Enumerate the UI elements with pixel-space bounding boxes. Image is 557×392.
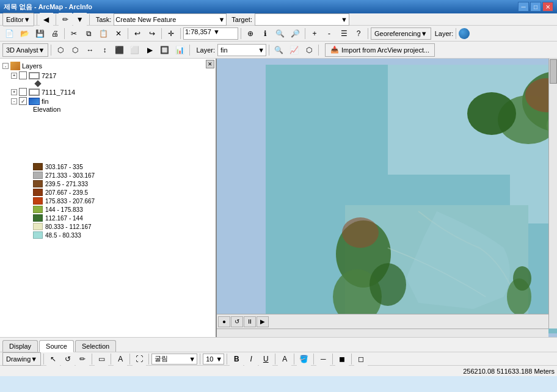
legend-item-label: 80.333 - 112.167 <box>45 223 92 230</box>
task-dropdown-icon: ▼ <box>218 16 225 23</box>
open-btn[interactable]: 📂 <box>18 27 32 40</box>
layer-combo[interactable]: fin ▼ <box>217 44 266 56</box>
analyst-t6[interactable]: ⬜ <box>128 43 142 57</box>
map-area[interactable]: ● ↺ ⏸ ▶ <box>217 59 557 337</box>
minimize-button[interactable]: ─ <box>518 2 529 12</box>
layer-7111-row[interactable]: + 7111_7114 <box>2 87 213 96</box>
analyst-t2[interactable]: ⬡ <box>68 43 82 57</box>
copy-btn[interactable]: ⧉ <box>82 27 95 40</box>
legend-item-label: 303.167 - 335 <box>45 164 83 170</box>
map-nav-refresh[interactable]: ↺ <box>231 316 243 327</box>
zoom-out-btn[interactable]: - <box>322 27 336 40</box>
layer-7111-expand[interactable]: + <box>11 89 17 95</box>
window-controls: ─ □ ✕ <box>518 2 553 12</box>
font-combo[interactable]: 굴림 ▼ <box>151 354 197 365</box>
target-combo[interactable]: ▼ <box>255 13 349 26</box>
help-btn[interactable]: ? <box>352 27 365 40</box>
pencil-btn[interactable]: ✏ <box>59 13 72 26</box>
legend-container: 303.167 - 335271.333 - 303.167239.5 - 27… <box>2 163 210 239</box>
analyst-t12[interactable]: ⬡ <box>302 43 316 57</box>
draw-t1[interactable]: ↺ <box>61 352 75 366</box>
zoom-in-fixed-btn[interactable]: ⊕ <box>244 27 257 40</box>
font-color-btn[interactable]: A <box>278 352 291 366</box>
font-value: 굴림 <box>153 354 189 363</box>
paste-btn[interactable]: 📋 <box>96 27 111 40</box>
target-dropdown-icon: ▼ <box>341 16 348 23</box>
print-btn[interactable]: 🖨 <box>48 27 62 40</box>
separator-2 <box>56 14 56 25</box>
fill-color-btn[interactable]: 🪣 <box>297 352 311 366</box>
tab-selection[interactable]: Selection <box>75 340 116 352</box>
tab-display[interactable]: Display <box>2 340 38 352</box>
redo-btn[interactable]: ↪ <box>145 27 159 40</box>
analyst-t3[interactable]: ↔ <box>83 43 96 57</box>
zoom-in-btn[interactable]: + <box>308 27 321 40</box>
sep-g <box>368 28 368 39</box>
analyst-t9[interactable]: 📊 <box>173 43 187 57</box>
map-vscrollbar[interactable] <box>548 59 557 328</box>
layers-expand[interactable]: - <box>2 63 9 69</box>
analyst-t11[interactable]: 📈 <box>287 43 301 57</box>
title-bar: 제목 없음 - ArcMap - ArcInfo ─ □ ✕ <box>0 0 557 13</box>
map-nav-next[interactable]: ▶ <box>257 316 269 327</box>
analyst-t7[interactable]: ▶ <box>143 43 156 57</box>
legend-item-label: 112.167 - 144 <box>45 215 83 222</box>
map-nav-pause[interactable]: ⏸ <box>244 316 256 327</box>
editor-menu[interactable]: Editor▼ <box>2 13 34 26</box>
sep-c <box>161 28 162 39</box>
maximize-button[interactable]: □ <box>530 2 541 12</box>
map-nav-prev[interactable]: ● <box>218 316 230 327</box>
map-hscrollbar[interactable] <box>217 328 548 337</box>
map-vscrollbar-thumb[interactable] <box>550 59 557 84</box>
analyst-t5[interactable]: ⬛ <box>112 43 126 57</box>
layer-7217-row[interactable]: + 7217 <box>2 71 213 80</box>
find-btn[interactable]: 🔍 <box>273 27 287 40</box>
analyst-t8[interactable]: 🔲 <box>158 43 172 57</box>
layer-fin-row[interactable]: - fin <box>2 96 213 106</box>
underline-btn[interactable]: U <box>259 352 272 366</box>
draw-cursor-btn[interactable]: ⛶ <box>133 352 146 366</box>
layer-7217-expand[interactable]: + <box>11 73 17 79</box>
layer-7111-check[interactable] <box>19 88 27 96</box>
georeferencing-btn[interactable]: Georeferencing▼ <box>371 27 431 40</box>
move-btn[interactable]: ✛ <box>164 27 178 40</box>
new-btn[interactable]: 📄 <box>2 27 16 40</box>
panel-close-btn[interactable]: ✕ <box>206 60 214 68</box>
drop-shadow-btn[interactable]: ◻ <box>354 352 368 366</box>
drawing-menu[interactable]: Drawing▼ <box>2 352 41 366</box>
analyst-t1[interactable]: ⬡ <box>54 43 67 57</box>
shadow-btn[interactable]: ◼ <box>335 352 349 366</box>
analyst-t10[interactable]: 🔍 <box>272 43 286 57</box>
layers-root[interactable]: - Layers <box>2 61 213 71</box>
layer-7217-check[interactable] <box>19 71 27 79</box>
save-btn[interactable]: 💾 <box>33 27 47 40</box>
zoom-percent-btn[interactable]: 🔎 <box>288 27 302 40</box>
line-color-btn[interactable]: ─ <box>316 352 330 366</box>
task-combo[interactable]: Create New Feature ▼ <box>114 13 227 26</box>
delete-btn[interactable]: ✕ <box>112 27 125 40</box>
legend-item: 80.333 - 112.167 <box>33 223 210 230</box>
scale-combo[interactable]: 1:78,357 ▼ <box>183 27 238 40</box>
identify-btn[interactable]: ℹ <box>258 27 272 40</box>
nav-back-btn[interactable]: ◀ <box>40 13 53 26</box>
analyst-t4[interactable]: ↕ <box>98 43 111 57</box>
bold-btn[interactable]: B <box>230 352 243 366</box>
size-combo[interactable]: 10 ▼ <box>203 354 224 365</box>
draw-arrow-btn[interactable]: ↖ <box>46 352 60 366</box>
layer-fin-check[interactable] <box>19 97 27 105</box>
draw-font-a-btn[interactable]: A <box>114 352 127 366</box>
undo-btn[interactable]: ↩ <box>131 27 144 40</box>
layer-fin-expand[interactable]: - <box>11 98 17 104</box>
svg-point-13 <box>370 263 406 306</box>
cut-btn[interactable]: ✂ <box>67 27 81 40</box>
tab-source[interactable]: Source <box>39 340 74 352</box>
draw-t2[interactable]: ✏ <box>76 352 89 366</box>
analyst-menu[interactable]: 3D Analyst▼ <box>2 43 48 57</box>
hand-btn[interactable]: ☰ <box>337 27 351 40</box>
italic-btn[interactable]: I <box>244 352 258 366</box>
draw-shape-btn[interactable]: ▭ <box>95 352 108 366</box>
layers-label: Layers <box>22 62 42 70</box>
pencil-drop-btn[interactable]: ▼ <box>73 13 87 26</box>
import-btn[interactable]: 📥 Import from ArcView project... <box>325 43 435 57</box>
close-button[interactable]: ✕ <box>542 2 553 12</box>
